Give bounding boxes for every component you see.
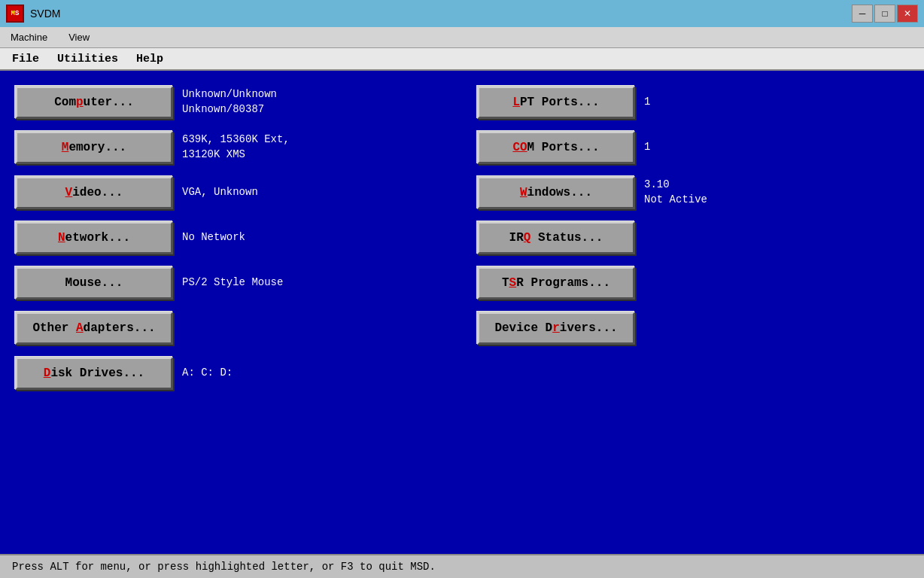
memory-button[interactable]: Memory... bbox=[15, 131, 173, 164]
windows-info: 3.10 Not Active bbox=[644, 178, 707, 207]
window-title: SVDM bbox=[30, 8, 60, 20]
tsr-programs-button[interactable]: TSR Programs... bbox=[477, 266, 635, 300]
network-row: Network... No Network bbox=[15, 218, 447, 257]
mouse-button[interactable]: Mouse... bbox=[15, 266, 173, 300]
menu-machine[interactable]: Machine bbox=[6, 30, 52, 44]
minimize-button[interactable]: ─ bbox=[852, 5, 873, 23]
app-icon: MS bbox=[6, 5, 24, 23]
menu-bar: Machine View bbox=[0, 27, 924, 48]
memory-info-line2: 13120K XMS bbox=[182, 148, 447, 163]
windows-info-line1: 3.10 bbox=[644, 178, 707, 193]
computer-button[interactable]: Computer... bbox=[15, 86, 173, 119]
status-bar: Press ALT for menu, or press highlighted… bbox=[0, 554, 924, 578]
menu-view[interactable]: View bbox=[64, 30, 94, 44]
mouse-info: PS/2 Style Mouse bbox=[182, 275, 447, 291]
lpt-ports-button[interactable]: LPT Ports... bbox=[477, 86, 635, 119]
close-button[interactable]: ✕ bbox=[897, 5, 918, 23]
sec-menu-help[interactable]: Help bbox=[136, 53, 163, 65]
right-column: LPT Ports... 1 COM Ports... 1 Windows...… bbox=[477, 83, 909, 542]
left-column: Computer... Unknown/Unknown Unknown/8038… bbox=[15, 83, 447, 542]
video-info: VGA, Unknown bbox=[182, 185, 447, 200]
windows-info-line2: Not Active bbox=[644, 193, 707, 208]
tsr-programs-row: TSR Programs... bbox=[477, 263, 909, 303]
disk-drives-button[interactable]: Disk Drives... bbox=[15, 357, 173, 390]
main-content: Computer... Unknown/Unknown Unknown/8038… bbox=[0, 71, 924, 554]
other-adapters-row: Other Adapters... bbox=[15, 309, 447, 348]
computer-info: Unknown/Unknown Unknown/80387 bbox=[182, 87, 447, 117]
mouse-row: Mouse... PS/2 Style Mouse bbox=[15, 263, 447, 303]
video-button[interactable]: Video... bbox=[15, 176, 173, 209]
sec-menu-file[interactable]: File bbox=[12, 53, 39, 65]
lpt-ports-row: LPT Ports... 1 bbox=[477, 83, 909, 122]
sec-menu-utilities[interactable]: Utilities bbox=[57, 53, 118, 65]
video-row: Video... VGA, Unknown bbox=[15, 173, 447, 212]
other-adapters-button[interactable]: Other Adapters... bbox=[15, 312, 173, 345]
computer-row: Computer... Unknown/Unknown Unknown/8038… bbox=[15, 83, 447, 122]
com-ports-row: COM Ports... 1 bbox=[477, 128, 909, 167]
status-text: Press ALT for menu, or press highlighted… bbox=[12, 561, 436, 573]
disk-drives-row: Disk Drives... A: C: D: bbox=[15, 354, 447, 393]
restore-button[interactable]: □ bbox=[874, 5, 895, 23]
network-button[interactable]: Network... bbox=[15, 221, 173, 254]
computer-info-line2: Unknown/80387 bbox=[182, 102, 447, 117]
com-ports-button[interactable]: COM Ports... bbox=[477, 131, 635, 164]
memory-info: 639K, 15360K Ext, 13120K XMS bbox=[182, 132, 447, 162]
memory-row: Memory... 639K, 15360K Ext, 13120K XMS bbox=[15, 128, 447, 167]
lpt-ports-info: 1 bbox=[644, 95, 650, 110]
computer-info-line1: Unknown/Unknown bbox=[182, 87, 447, 102]
network-info: No Network bbox=[182, 230, 447, 245]
title-bar-controls: ─ □ ✕ bbox=[852, 5, 918, 23]
device-drivers-button[interactable]: Device Drivers... bbox=[477, 312, 635, 345]
irq-status-button[interactable]: IRQ Status... bbox=[477, 221, 635, 254]
secondary-menu-bar: File Utilities Help bbox=[0, 48, 924, 71]
disk-drives-info: A: C: D: bbox=[182, 366, 447, 381]
memory-info-line1: 639K, 15360K Ext, bbox=[182, 132, 447, 148]
title-bar-left: MS SVDM bbox=[6, 5, 60, 23]
com-ports-info: 1 bbox=[644, 140, 650, 155]
device-drivers-row: Device Drivers... bbox=[477, 309, 909, 348]
windows-button[interactable]: Windows... bbox=[477, 176, 635, 209]
windows-row: Windows... 3.10 Not Active bbox=[477, 173, 909, 212]
title-bar: MS SVDM ─ □ ✕ bbox=[0, 0, 924, 27]
irq-status-row: IRQ Status... bbox=[477, 218, 909, 257]
